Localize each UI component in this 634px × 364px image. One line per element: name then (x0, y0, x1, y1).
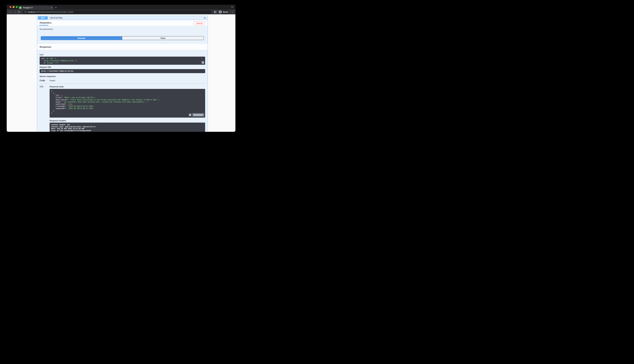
header-line: content-length: 344 (51, 124, 204, 126)
cancel-button[interactable]: Cancel (194, 22, 205, 25)
code-line: "published": true, (51, 103, 204, 105)
divider (40, 84, 205, 84)
execute-button[interactable]: Execute (41, 36, 122, 40)
code-line: 'http://localhost:3000/articles' \ (41, 60, 199, 62)
site-info-icon[interactable] (24, 11, 26, 13)
url-host: localhost (28, 11, 36, 13)
profile-label: Guest (223, 11, 228, 13)
tab-title: Swagger UI (23, 6, 50, 9)
response-body-actions: Download (189, 113, 204, 116)
new-tab-button[interactable]: + (55, 6, 57, 10)
server-response-row: 200 Response body [ { "id": 2, "title": … (40, 85, 205, 132)
code-line: "id": 2, (51, 94, 204, 96)
minimize-window-button[interactable] (13, 6, 14, 8)
details-column-header: Details (50, 80, 56, 82)
opblock-header[interactable]: GET /articles (37, 16, 208, 20)
reload-icon[interactable]: ⟳ (17, 10, 21, 14)
browser-tab[interactable]: { } Swagger UI × (18, 6, 54, 10)
tab-strip: { } Swagger UI × + (7, 5, 236, 10)
server-response-label: Server response (40, 75, 205, 78)
url-path: :3000/api/#/default/ArticlesController_f… (36, 11, 73, 13)
header-line: etag: W/"158-zoJemIXRWtXYf4lITU4dpc448JM… (51, 130, 204, 132)
chevron-down-icon[interactable] (231, 6, 233, 8)
response-body-block: [ { "id": 2, "title": "What's new in Pri… (50, 89, 205, 118)
parameters-tab-header: Parameters Cancel (37, 20, 208, 26)
collapse-chevron-up-icon[interactable] (204, 17, 206, 19)
server-response-table-header: Code Details (40, 79, 205, 82)
response-body-label: Response body (50, 86, 205, 88)
curl-label: Curl (40, 54, 205, 56)
address-bar[interactable]: localhost:3000/api/#/default/ArticlesCon… (22, 10, 212, 14)
code-line: -H 'accept: */*' (41, 62, 199, 64)
endpoint-path: /articles (50, 17, 62, 19)
request-url-label: Request URL (40, 66, 205, 68)
traffic-lights (10, 6, 18, 8)
profile-chip[interactable]: Guest (218, 10, 230, 14)
code-column-header: Code (40, 79, 50, 82)
code-line: "title": "What's new in Prisma? (Q1/22)"… (51, 96, 204, 98)
side-panel-icon[interactable] (214, 11, 216, 13)
request-url-block: http://localhost:3000/articles (40, 69, 205, 73)
status-code: 200 (40, 85, 50, 132)
code-line: "createdAt": "2022-05-28T11:58:12.740Z", (51, 105, 204, 107)
method-badge: GET (38, 16, 48, 20)
code-line: "updatedAt": "2022-05-28T11:58:12.740Z" (51, 107, 204, 110)
tab-parameters[interactable]: Parameters (40, 22, 52, 26)
curl-command-block: curl -X 'GET' \ 'http://localhost:3000/a… (40, 56, 205, 65)
code-line: { (51, 92, 204, 94)
no-parameters-text: No parameters (40, 28, 208, 30)
screenshot-stage: { } Swagger UI × + ← → ⟳ localhost:3000/… (0, 0, 242, 140)
responses-section-header: Responses (37, 44, 208, 50)
code-line: ] (51, 112, 204, 114)
swagger-favicon-icon: { } (19, 6, 22, 9)
download-button[interactable]: Download (192, 113, 204, 116)
forward-icon[interactable]: → (13, 10, 16, 13)
back-icon[interactable]: ← (8, 10, 12, 13)
opblock-get-articles: GET /articles Parameters Cancel No param… (37, 16, 208, 132)
browser-toolbar: ← → ⟳ localhost:3000/api/#/default/Artic… (7, 10, 236, 14)
response-headers-label: Response headers (50, 120, 205, 122)
request-url-value: http://localhost:3000/articles (41, 70, 204, 72)
responses-section-title: Responses (40, 46, 51, 48)
copy-to-clipboard-button[interactable] (189, 114, 192, 116)
response-headers-block: content-length: 344 content-type: applic… (50, 122, 205, 132)
tab-close-icon[interactable]: × (51, 6, 52, 9)
code-line: "body": "Our engineers have been working… (51, 101, 204, 103)
browser-menu-icon[interactable]: ⋮ (231, 10, 234, 14)
code-line: } (51, 110, 204, 112)
header-line: date: Sun,29 May 2022 15:47:06 GMT (51, 128, 204, 130)
swagger-page: GET /articles Parameters Cancel No param… (7, 14, 236, 132)
response-details: Response body [ { "id": 2, "title": "Wha… (50, 85, 205, 132)
zoom-window-button[interactable] (16, 6, 18, 8)
code-line: [ (51, 90, 204, 92)
header-line: content-type: application/json; charset=… (51, 126, 204, 128)
avatar (219, 10, 222, 14)
copy-to-clipboard-button[interactable] (202, 61, 204, 64)
code-line: curl -X 'GET' \ (41, 58, 199, 60)
execute-row: Execute Clear (41, 36, 204, 40)
close-window-button[interactable] (10, 6, 12, 8)
clear-button[interactable]: Clear (122, 36, 204, 40)
code-line: "description": "Learn about everything i… (51, 98, 204, 101)
browser-window: { } Swagger UI × + ← → ⟳ localhost:3000/… (7, 5, 236, 132)
